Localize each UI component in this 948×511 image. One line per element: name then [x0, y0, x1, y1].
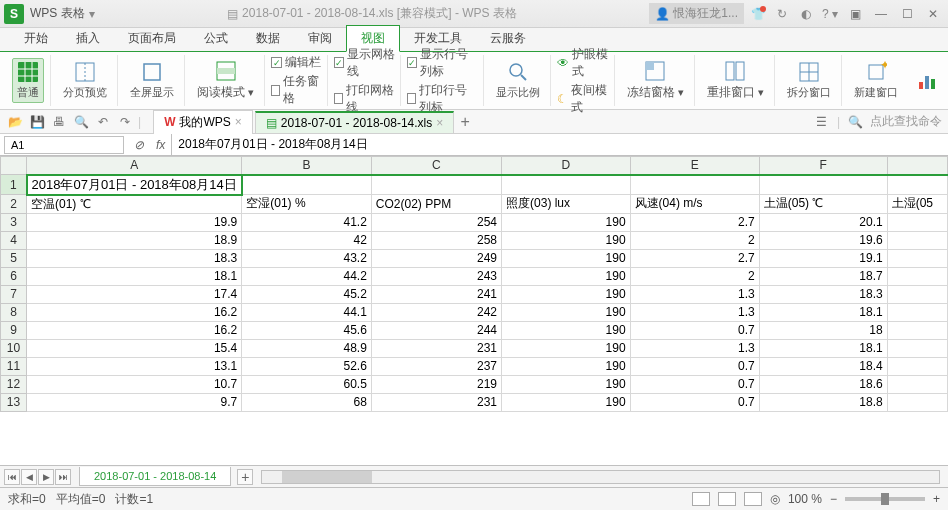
data-cell[interactable]: 219 [371, 375, 501, 393]
normal-view-button[interactable]: 普通 [12, 58, 44, 103]
cell[interactable] [887, 175, 947, 195]
arrange-button[interactable]: 重排窗口 ▾ [703, 58, 768, 103]
select-all-corner[interactable] [1, 157, 27, 175]
data-cell[interactable] [887, 303, 947, 321]
header-cell[interactable]: 土温(05) ℃ [759, 195, 887, 214]
pagebreak-view-button[interactable]: 分页预览 [59, 59, 111, 102]
data-cell[interactable]: 18.6 [759, 375, 887, 393]
data-cell[interactable]: 19.9 [27, 213, 242, 231]
row-header-7[interactable]: 7 [1, 285, 27, 303]
data-cell[interactable]: 18.1 [759, 303, 887, 321]
refresh-icon[interactable]: ↻ [772, 4, 792, 24]
data-cell[interactable]: 18.9 [27, 231, 242, 249]
data-cell[interactable]: 18.1 [27, 267, 242, 285]
data-cell[interactable]: 20.1 [759, 213, 887, 231]
undo-icon[interactable]: ↶ [94, 113, 112, 131]
row-header-6[interactable]: 6 [1, 267, 27, 285]
freeze-button[interactable]: 冻结窗格 ▾ [623, 58, 688, 103]
new-tab-button[interactable]: + [456, 113, 474, 131]
data-cell[interactable]: 249 [371, 249, 501, 267]
night-button[interactable]: ☾夜间模式 [557, 82, 610, 116]
search-placeholder[interactable]: 点此查找命令 [870, 113, 942, 130]
tab-mywps[interactable]: W我的WPS× [153, 110, 253, 134]
help-icon[interactable]: ? ▾ [820, 4, 840, 24]
browser-icon[interactable]: ◐ [796, 4, 816, 24]
sheet-tab[interactable]: 2018-07-01 - 2018-08-14 [79, 467, 231, 486]
data-cell[interactable]: 18.8 [759, 393, 887, 411]
data-cell[interactable] [887, 285, 947, 303]
row-header-8[interactable]: 8 [1, 303, 27, 321]
data-cell[interactable]: 43.2 [242, 249, 372, 267]
menu-tab-数据[interactable]: 数据 [242, 26, 294, 51]
data-cell[interactable]: 1.3 [630, 339, 759, 357]
newwin-button[interactable]: ✦ 新建窗口 [850, 59, 902, 102]
cell[interactable] [242, 175, 372, 195]
cell[interactable] [371, 175, 501, 195]
header-cell[interactable]: 土湿(05 [887, 195, 947, 214]
data-cell[interactable]: 9.7 [27, 393, 242, 411]
spreadsheet-grid[interactable]: ABCDEF12018年07月01日 - 2018年08月14日2空温(01) … [0, 156, 948, 466]
data-cell[interactable] [887, 231, 947, 249]
data-cell[interactable]: 244 [371, 321, 501, 339]
data-cell[interactable]: 0.7 [630, 375, 759, 393]
minimize-button[interactable]: — [870, 4, 892, 24]
data-cell[interactable]: 242 [371, 303, 501, 321]
data-cell[interactable]: 2.7 [630, 249, 759, 267]
menu-tab-插入[interactable]: 插入 [62, 26, 114, 51]
redo-icon[interactable]: ↷ [116, 113, 134, 131]
data-cell[interactable]: 17.4 [27, 285, 242, 303]
data-cell[interactable]: 237 [371, 357, 501, 375]
cell[interactable] [630, 175, 759, 195]
fx-button[interactable]: fx [150, 138, 171, 152]
maximize-button[interactable]: ☐ [896, 4, 918, 24]
row-header-13[interactable]: 13 [1, 393, 27, 411]
editbar-checkbox[interactable]: ✓编辑栏 [271, 54, 323, 71]
printpreview-icon[interactable]: 🔍 [72, 113, 90, 131]
data-cell[interactable]: 18.7 [759, 267, 887, 285]
header-cell[interactable]: 风速(04) m/s [630, 195, 759, 214]
data-cell[interactable]: 190 [502, 249, 631, 267]
data-cell[interactable]: 19.6 [759, 231, 887, 249]
horizontal-scrollbar[interactable] [261, 470, 940, 484]
taskpane-checkbox[interactable]: 任务窗格 [271, 73, 323, 107]
data-cell[interactable]: 243 [371, 267, 501, 285]
list-icon[interactable]: ☰ [813, 113, 831, 131]
data-cell[interactable]: 45.2 [242, 285, 372, 303]
data-cell[interactable] [887, 321, 947, 339]
data-cell[interactable]: 0.7 [630, 357, 759, 375]
zoom-slider[interactable] [845, 497, 925, 501]
row-header-3[interactable]: 3 [1, 213, 27, 231]
skin-icon[interactable]: 👕 [748, 4, 768, 24]
header-cell[interactable]: 空温(01) ℃ [27, 195, 242, 214]
row-header-4[interactable]: 4 [1, 231, 27, 249]
col-header-F[interactable]: F [759, 157, 887, 175]
print-icon[interactable]: 🖶 [50, 113, 68, 131]
row-header-2[interactable]: 2 [1, 195, 27, 214]
search-icon[interactable]: 🔍 [846, 113, 864, 131]
fx-icon[interactable]: ⊘ [128, 138, 150, 152]
data-cell[interactable] [887, 213, 947, 231]
data-cell[interactable]: 190 [502, 285, 631, 303]
zoom-out-button[interactable]: − [830, 492, 837, 506]
cell[interactable] [502, 175, 631, 195]
data-cell[interactable]: 2.7 [630, 213, 759, 231]
data-cell[interactable]: 0.7 [630, 393, 759, 411]
menu-tab-云服务[interactable]: 云服务 [476, 26, 540, 51]
row-header-9[interactable]: 9 [1, 321, 27, 339]
data-cell[interactable] [887, 393, 947, 411]
data-cell[interactable]: 18.4 [759, 357, 887, 375]
sheet-prev-button[interactable]: ◀ [21, 469, 37, 485]
open-icon[interactable]: 📂 [6, 113, 24, 131]
zoom-in-button[interactable]: + [933, 492, 940, 506]
col-header-E[interactable]: E [630, 157, 759, 175]
fullscreen-button[interactable]: 全屏显示 [126, 59, 178, 102]
row-header-1[interactable]: 1 [1, 175, 27, 195]
row-header-11[interactable]: 11 [1, 357, 27, 375]
title-cell[interactable]: 2018年07月01日 - 2018年08月14日 [27, 175, 242, 195]
data-cell[interactable]: 190 [502, 321, 631, 339]
data-cell[interactable]: 18.3 [27, 249, 242, 267]
cell[interactable] [759, 175, 887, 195]
zoom-thumb[interactable] [881, 493, 889, 505]
data-cell[interactable]: 190 [502, 267, 631, 285]
col-header-C[interactable]: C [371, 157, 501, 175]
